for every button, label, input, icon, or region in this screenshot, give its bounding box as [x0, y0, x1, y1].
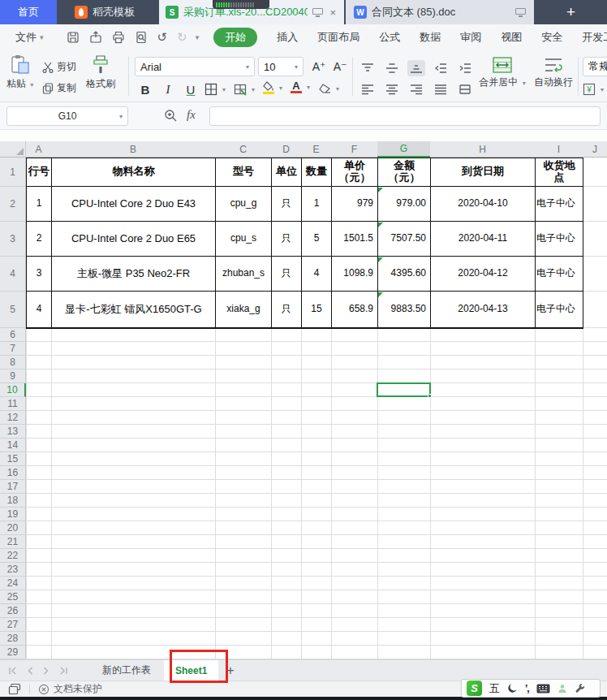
column-header-B[interactable]: B — [51, 141, 216, 158]
cell-H4[interactable]: 2020-04-12 — [431, 257, 536, 292]
cell-F5[interactable]: 658.9 — [332, 292, 378, 328]
row-header-16[interactable]: 16 — [0, 466, 26, 480]
cell-B5[interactable]: 显卡-七彩虹 镭风X1650GT-G — [52, 292, 216, 328]
cell-G5[interactable]: 9883.50 — [378, 292, 431, 328]
punctuation-icon[interactable]: ’, — [525, 683, 529, 694]
cut-button[interactable]: 剪切 — [42, 60, 76, 74]
cell-I4[interactable]: 电子中心 — [536, 257, 583, 292]
ime-toolbar[interactable]: S 五 ’, — [461, 679, 601, 698]
header-cell-H1[interactable]: 到货日期 — [431, 158, 536, 187]
tab-page-layout[interactable]: 页面布局 — [317, 30, 359, 45]
print-preview-icon[interactable] — [135, 31, 148, 44]
decrease-indent-button[interactable] — [432, 60, 450, 76]
font-size-combo[interactable]: 10▾ — [258, 57, 304, 76]
decrease-font-button[interactable]: A⁻ — [331, 57, 349, 76]
shading-button[interactable]: ▾ — [234, 83, 255, 96]
tab-insert[interactable]: 插入 — [277, 30, 298, 45]
column-header-I[interactable]: I — [535, 141, 583, 158]
column-header-G[interactable]: G — [377, 141, 431, 158]
align-middle-button[interactable] — [383, 60, 401, 76]
add-sheet-button[interactable]: + — [218, 660, 242, 681]
header-cell-I1[interactable]: 收货地 点 — [536, 158, 583, 187]
column-header-A[interactable]: A — [26, 141, 52, 158]
distribute-button[interactable] — [456, 81, 474, 97]
currency-format-button[interactable]: ¥ ▾ — [583, 83, 604, 96]
row-header-8[interactable]: 8 — [0, 356, 26, 369]
person-icon[interactable] — [557, 684, 567, 694]
document-protection-status[interactable]: 文档未保护 — [38, 682, 102, 696]
row-header-6[interactable]: 6 — [0, 328, 26, 342]
align-left-button[interactable] — [359, 81, 377, 97]
column-header-F[interactable]: F — [331, 141, 378, 158]
cell-B2[interactable]: CPU-Intel Core 2 Duo E43 — [52, 187, 216, 222]
row-header-21[interactable]: 21 — [0, 535, 26, 549]
tab-review[interactable]: 审阅 — [460, 30, 481, 45]
new-tab-button[interactable]: + — [566, 0, 575, 24]
column-header-E[interactable]: E — [301, 141, 332, 158]
row-header-24[interactable]: 24 — [0, 577, 26, 590]
cell-C4[interactable]: zhuban_s — [216, 257, 272, 292]
column-header-D[interactable]: D — [271, 141, 302, 158]
cell-A3[interactable]: 2 — [27, 222, 52, 257]
number-format-combo[interactable]: 常规 — [583, 57, 607, 76]
cell-D2[interactable]: 只 — [272, 187, 302, 222]
copy-button[interactable]: 复制 — [42, 81, 76, 95]
cell-B3[interactable]: CPU-Intel Core 2 Duo E65 — [52, 222, 216, 257]
document-tab-inactive[interactable]: W 合同文本 (85).doc — [346, 0, 534, 24]
tab-view[interactable]: 视图 — [501, 30, 522, 45]
header-cell-D1[interactable]: 单位 — [272, 158, 302, 187]
cell-G4[interactable]: 4395.60 — [378, 257, 431, 292]
header-cell-F1[interactable]: 单价 （元） — [332, 158, 378, 187]
cell-H2[interactable]: 2020-04-10 — [431, 187, 536, 222]
row-header-18[interactable]: 18 — [0, 494, 26, 508]
file-menu[interactable]: 文件 — [15, 30, 37, 45]
column-header-H[interactable]: H — [430, 141, 536, 158]
align-right-button[interactable] — [407, 81, 425, 97]
row-header-29[interactable]: 29 — [0, 646, 26, 659]
cell-F2[interactable]: 979 — [332, 187, 378, 222]
row-header-15[interactable]: 15 — [0, 452, 26, 466]
cell-C3[interactable]: cpu_s — [216, 222, 272, 257]
selected-cell-G10[interactable] — [377, 382, 431, 397]
tab-developer[interactable]: 开发工具 — [582, 30, 607, 45]
cell-C2[interactable]: cpu_g — [216, 187, 272, 222]
increase-font-button[interactable]: A⁺ — [310, 57, 328, 76]
fill-handle[interactable] — [428, 394, 432, 398]
cell-G3[interactable]: 7507.50 — [378, 222, 431, 257]
font-color-button[interactable]: A ▾ — [291, 81, 310, 93]
tab-formulas[interactable]: 公式 — [379, 30, 400, 45]
tab-security[interactable]: 安全 — [541, 30, 562, 45]
cell-I3[interactable]: 电子中心 — [536, 222, 583, 257]
cell-H5[interactable]: 2020-04-13 — [431, 292, 536, 328]
row-header-28[interactable]: 28 — [0, 632, 26, 646]
redo-icon[interactable]: ↻ — [177, 30, 187, 45]
wrench-icon[interactable] — [575, 683, 585, 694]
sheet-tab-new-worksheet[interactable]: 新的工作表 — [89, 660, 164, 681]
row-header-20[interactable]: 20 — [0, 521, 26, 535]
justify-button[interactable] — [432, 81, 450, 97]
keyboard-icon[interactable] — [536, 684, 550, 694]
ime-mode-label[interactable]: 五 — [489, 681, 500, 696]
row-header-14[interactable]: 14 — [0, 439, 26, 452]
tab-data[interactable]: 数据 — [420, 30, 441, 45]
row-header-26[interactable]: 26 — [0, 604, 26, 618]
align-center-button[interactable] — [383, 81, 401, 97]
row-header-11[interactable]: 11 — [0, 397, 26, 411]
cell-I5[interactable]: 电子中心 — [536, 292, 583, 328]
undo-icon[interactable]: ↺ — [157, 30, 168, 45]
name-box[interactable]: G10 ▾ — [6, 106, 128, 126]
cell-H3[interactable]: 2020-04-11 — [431, 222, 536, 257]
save-icon[interactable] — [67, 31, 80, 44]
row-header-23[interactable]: 23 — [0, 563, 26, 577]
docer-template-tab[interactable]: 稻壳模板 — [57, 0, 153, 24]
cell-E3[interactable]: 5 — [302, 222, 332, 257]
cell-G2[interactable]: 979.00 — [378, 187, 431, 222]
row-header-5[interactable]: 5 — [0, 292, 26, 328]
column-header-J[interactable]: J — [583, 141, 607, 158]
align-bottom-button[interactable] — [407, 60, 425, 76]
row-header-10[interactable]: 10 — [0, 383, 26, 397]
paste-button[interactable]: 粘贴 ▾ — [6, 54, 33, 91]
cell-A5[interactable]: 4 — [27, 292, 52, 328]
header-cell-B1[interactable]: 物料名称 — [52, 158, 216, 187]
align-top-button[interactable] — [359, 60, 377, 76]
